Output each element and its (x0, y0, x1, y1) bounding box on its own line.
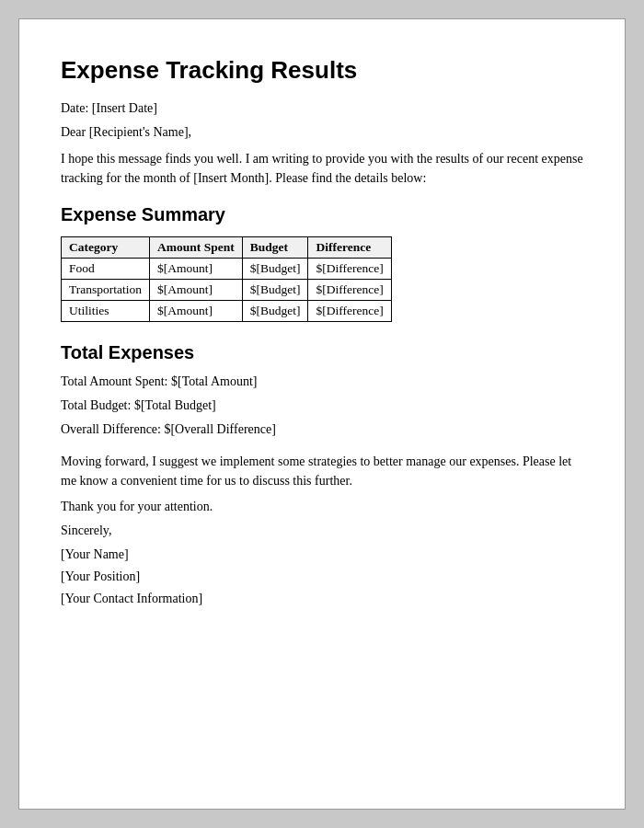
cell-diff-transportation: $[Difference] (308, 280, 391, 301)
signature-contact: [Your Contact Information] (61, 592, 583, 606)
cell-amount-transportation: $[Amount] (150, 280, 243, 301)
recipient-line: Dear [Recipient's Name], (61, 125, 583, 140)
total-amount-line: Total Amount Spent: $[Total Amount] (61, 374, 583, 389)
date-line: Date: [Insert Date] (61, 101, 583, 116)
table-row: Transportation $[Amount] $[Budget] $[Dif… (62, 280, 392, 301)
col-header-difference: Difference (308, 237, 391, 259)
col-header-category: Category (62, 237, 150, 259)
cell-amount-utilities: $[Amount] (150, 301, 243, 322)
cell-budget-transportation: $[Budget] (242, 280, 308, 301)
expense-summary-title: Expense Summary (61, 204, 583, 225)
thank-you-line: Thank you for your attention. (61, 500, 583, 514)
total-section: Total Amount Spent: $[Total Amount] Tota… (61, 374, 583, 437)
expense-table: Category Amount Spent Budget Difference … (61, 236, 392, 322)
cell-diff-utilities: $[Difference] (308, 301, 391, 322)
cell-category-transportation: Transportation (62, 280, 150, 301)
signature-position: [Your Position] (61, 569, 583, 584)
cell-category-utilities: Utilities (62, 301, 150, 322)
cell-diff-food: $[Difference] (308, 259, 391, 280)
cell-budget-food: $[Budget] (242, 259, 308, 280)
cell-amount-food: $[Amount] (150, 259, 243, 280)
total-expenses-title: Total Expenses (61, 342, 583, 363)
table-row: Food $[Amount] $[Budget] $[Difference] (62, 259, 392, 280)
total-budget-line: Total Budget: $[Total Budget] (61, 398, 583, 413)
table-header-row: Category Amount Spent Budget Difference (62, 237, 392, 259)
document-page: Expense Tracking Results Date: [Insert D… (18, 18, 626, 810)
intro-paragraph: I hope this message finds you well. I am… (61, 149, 583, 188)
cell-category-food: Food (62, 259, 150, 280)
col-header-budget: Budget (242, 237, 308, 259)
signature-name: [Your Name] (61, 547, 583, 562)
col-header-amount-spent: Amount Spent (150, 237, 243, 259)
table-row: Utilities $[Amount] $[Budget] $[Differen… (62, 301, 392, 322)
cell-budget-utilities: $[Budget] (242, 301, 308, 322)
sincerely-line: Sincerely, (61, 523, 583, 538)
page-title: Expense Tracking Results (61, 56, 583, 85)
overall-difference-line: Overall Difference: $[Overall Difference… (61, 422, 583, 437)
closing-paragraph: Moving forward, I suggest we implement s… (61, 452, 583, 490)
